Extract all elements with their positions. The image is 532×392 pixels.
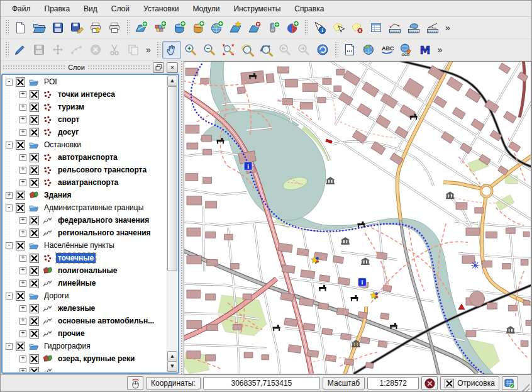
mapserver-export-button[interactable] bbox=[416, 41, 435, 59]
zoom-full-button[interactable] bbox=[219, 41, 238, 59]
coordinates-input[interactable]: 3068357,7153415 bbox=[203, 377, 320, 389]
layers-tree-scrollbar[interactable]: ▲ ▲ ▼ bbox=[167, 76, 177, 372]
layer-visibility-checkbox[interactable] bbox=[16, 140, 25, 150]
measure-area-button[interactable] bbox=[404, 19, 423, 37]
tree-expander[interactable]: + bbox=[19, 318, 26, 325]
layer-row-20[interactable]: + прочие bbox=[3, 327, 167, 340]
tree-expander[interactable]: + bbox=[19, 356, 26, 362]
add-wfs-layer-button[interactable] bbox=[283, 19, 302, 37]
copy-features-button[interactable] bbox=[124, 41, 143, 59]
tree-expander[interactable]: - bbox=[6, 242, 13, 249]
menu-item-6[interactable]: Инструменты bbox=[227, 2, 287, 16]
tree-expander[interactable]: + bbox=[19, 129, 26, 136]
tree-expander[interactable]: - bbox=[6, 204, 13, 211]
layer-row-19[interactable]: + основные автомобильн... bbox=[3, 315, 167, 327]
panel-close-button[interactable]: × bbox=[167, 62, 178, 73]
pan-map-button[interactable] bbox=[162, 41, 181, 59]
layer-row-23[interactable]: + bbox=[3, 365, 167, 372]
layer-visibility-checkbox[interactable] bbox=[30, 279, 39, 288]
render-checkbox-box[interactable] bbox=[445, 379, 454, 388]
layer-row-7[interactable]: + рельсового транспорта bbox=[3, 164, 167, 176]
layer-row-10[interactable]: - Административные границы bbox=[3, 201, 167, 214]
crs-status-button[interactable] bbox=[502, 376, 518, 390]
layer-row-6[interactable]: + автотранспорта bbox=[3, 151, 167, 164]
layer-visibility-checkbox[interactable] bbox=[16, 241, 25, 250]
tree-expander[interactable]: + bbox=[19, 116, 26, 123]
tree-expander[interactable]: + bbox=[19, 255, 26, 262]
layer-visibility-checkbox[interactable] bbox=[16, 291, 25, 301]
scale-input[interactable]: 1:28572 bbox=[367, 377, 419, 389]
new-print-composer-button[interactable] bbox=[86, 19, 105, 37]
tree-expander[interactable]: + bbox=[19, 91, 26, 98]
tree-expander[interactable]: - bbox=[6, 142, 13, 148]
zoom-out-button[interactable] bbox=[200, 41, 219, 59]
layer-visibility-checkbox[interactable] bbox=[30, 354, 39, 364]
layer-row-11[interactable]: + федерального значения bbox=[3, 214, 167, 227]
toggle-extents-mouse-button[interactable] bbox=[127, 376, 143, 390]
cut-features-button[interactable] bbox=[105, 41, 124, 59]
menu-item-3[interactable]: Слой bbox=[105, 2, 136, 16]
layer-visibility-checkbox[interactable] bbox=[16, 191, 25, 200]
layer-visibility-checkbox[interactable] bbox=[30, 178, 39, 188]
toolbar-handle[interactable] bbox=[4, 42, 9, 57]
stop-rendering-button[interactable] bbox=[421, 376, 438, 390]
layer-row-17[interactable]: - Дороги bbox=[3, 289, 167, 302]
layer-row-16[interactable]: + линейные bbox=[3, 277, 167, 289]
toolbar-handle[interactable] bbox=[126, 20, 130, 35]
scroll-down-button[interactable]: ▼ bbox=[167, 361, 177, 372]
tree-expander[interactable]: + bbox=[19, 280, 26, 287]
tree-expander[interactable]: + bbox=[19, 154, 26, 161]
tree-expander[interactable]: - bbox=[6, 293, 13, 300]
move-feature-button[interactable] bbox=[48, 41, 67, 59]
deselect-features-button[interactable] bbox=[348, 19, 367, 37]
new-vector-layer-button[interactable] bbox=[226, 19, 245, 37]
panel-float-button[interactable] bbox=[153, 62, 164, 73]
zoom-next-button[interactable] bbox=[294, 41, 313, 59]
scroll-up-button-2[interactable]: ▲ bbox=[167, 351, 177, 362]
add-raster-layer-button[interactable] bbox=[151, 19, 170, 37]
tree-expander[interactable]: + bbox=[19, 179, 26, 186]
layer-visibility-checkbox[interactable] bbox=[30, 128, 39, 137]
save-project-as-button[interactable] bbox=[67, 19, 86, 37]
zoom-to-selection-button[interactable] bbox=[238, 41, 257, 59]
layer-visibility-checkbox[interactable] bbox=[30, 216, 39, 225]
tree-expander[interactable]: + bbox=[19, 217, 26, 224]
layer-row-0[interactable]: - POI bbox=[3, 76, 167, 88]
layer-row-3[interactable]: + спорт bbox=[3, 113, 167, 126]
menu-item-2[interactable]: Вид bbox=[77, 2, 104, 16]
zoom-last-button[interactable] bbox=[275, 41, 294, 59]
toolbar-handle[interactable] bbox=[304, 20, 308, 35]
layer-visibility-checkbox[interactable] bbox=[30, 103, 39, 112]
add-postgis-layer-button[interactable] bbox=[170, 19, 189, 37]
add-wms-layer-button[interactable] bbox=[208, 19, 226, 37]
layer-row-5[interactable]: - Остановки bbox=[3, 138, 167, 151]
map-canvas[interactable]: i bbox=[184, 61, 531, 374]
layer-visibility-checkbox[interactable] bbox=[16, 342, 25, 351]
layer-visibility-checkbox[interactable] bbox=[30, 90, 39, 99]
menu-item-4[interactable]: Установки bbox=[137, 2, 185, 16]
tree-expander[interactable]: + bbox=[19, 230, 26, 237]
tree-expander[interactable]: + bbox=[19, 267, 26, 274]
render-checkbox[interactable]: Отрисовка bbox=[440, 376, 499, 390]
scrollbar-thumb[interactable] bbox=[167, 86, 177, 271]
layer-visibility-checkbox[interactable] bbox=[16, 77, 25, 87]
layer-row-21[interactable]: - Гидрография bbox=[3, 340, 167, 352]
layer-row-1[interactable]: + точки интереса bbox=[3, 88, 167, 101]
labeling-button[interactable] bbox=[378, 41, 397, 59]
layer-row-12[interactable]: + регионального значения bbox=[3, 227, 167, 239]
refresh-map-button[interactable] bbox=[313, 41, 332, 59]
measure-line-button[interactable] bbox=[385, 19, 404, 37]
gps-tools-button[interactable] bbox=[264, 19, 283, 37]
toolbar-handle[interactable] bbox=[334, 42, 338, 57]
layer-visibility-checkbox[interactable] bbox=[30, 228, 39, 238]
menu-item-0[interactable]: Файл bbox=[6, 2, 37, 16]
scroll-up-button[interactable]: ▲ bbox=[167, 76, 177, 86]
remove-layer-button[interactable] bbox=[245, 19, 264, 37]
menu-item-5[interactable]: Модули bbox=[186, 2, 226, 16]
layer-row-9[interactable]: + Здания bbox=[3, 189, 167, 201]
toolbar-handle[interactable] bbox=[156, 42, 160, 57]
toggle-editing-button[interactable] bbox=[11, 41, 30, 59]
toolbar-overflow-chevron[interactable]: » bbox=[445, 23, 450, 33]
layer-row-13[interactable]: - Населённые пункты bbox=[3, 239, 167, 252]
save-edits-button[interactable] bbox=[30, 41, 48, 59]
